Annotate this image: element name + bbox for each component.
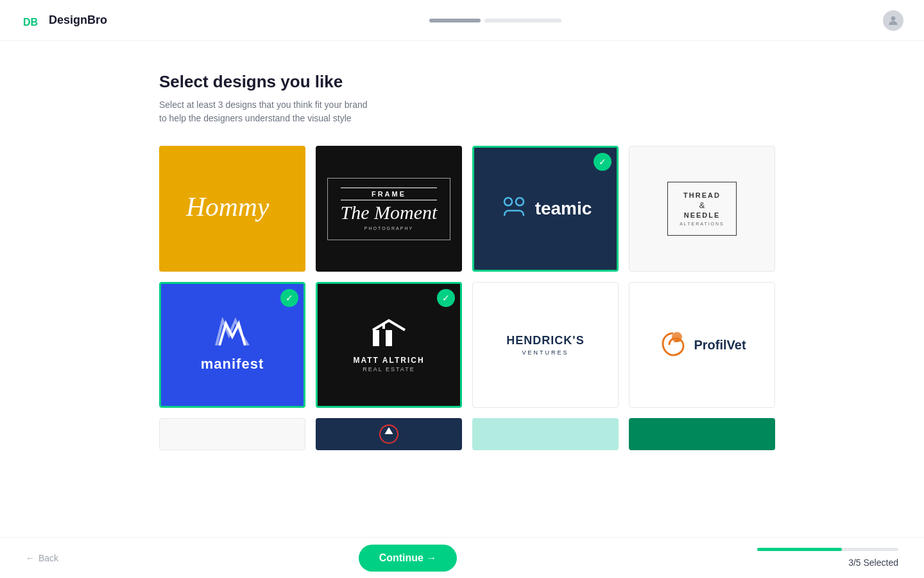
frame-sub-text: PHOTOGRAPHY [341, 226, 438, 231]
teamic-logo: teamic [499, 193, 592, 225]
svg-text:DB: DB [23, 17, 38, 28]
page-title: Select designs you like [159, 72, 924, 92]
thread-line2: NEEDLE [680, 211, 724, 219]
design-card-hommy[interactable]: Hommy [159, 146, 305, 272]
continue-button[interactable]: Continue → [359, 545, 458, 572]
profilvet-icon [658, 328, 689, 362]
progress-step-1 [429, 19, 481, 22]
frame-logo: FRAME The Moment PHOTOGRAPHY [341, 188, 438, 231]
hendricks-sub: VENTURES [506, 349, 584, 356]
design-card-thread[interactable]: THREAD & NEEDLE ALTERATIONS [629, 146, 775, 272]
back-label: Back [38, 553, 58, 563]
logo-text: DesignBro [49, 13, 107, 27]
logo: DB DesignBro [21, 9, 107, 32]
partial-row-3 [159, 418, 924, 450]
hendricks-name: HENDRICK'S [506, 334, 584, 347]
svg-point-2 [891, 16, 896, 21]
footer-right: 3/5 Selected [757, 548, 898, 568]
design-card-profilvet[interactable]: ProfilVet [629, 282, 775, 408]
matt-logo: MATT ALTRICH REAL ESTATE [353, 317, 424, 372]
manifest-name: manifest [201, 356, 264, 372]
manifest-icon [213, 317, 252, 348]
frame-logo-wrapper: FRAME The Moment PHOTOGRAPHY [327, 178, 451, 240]
svg-text:Hommy: Hommy [185, 192, 270, 222]
matt-sub: REAL ESTATE [353, 366, 424, 372]
design-card-r3c[interactable] [472, 418, 619, 450]
design-card-r3a[interactable] [159, 418, 305, 450]
matt-name: MATT ALTRICH [353, 356, 424, 365]
design-card-r3d[interactable] [629, 418, 775, 450]
design-card-hendricks[interactable]: HENDRICK'S VENTURES [472, 282, 619, 408]
svg-rect-8 [382, 324, 385, 329]
profilvet-logo: ProfilVet [658, 328, 746, 362]
design-card-teamic[interactable]: teamic ✓ [472, 146, 619, 272]
svg-point-5 [516, 198, 524, 206]
footer: ← Back Continue → 3/5 Selected [0, 537, 924, 578]
page-subtitle: Select at least 3 designs that you think… [159, 98, 924, 125]
svg-point-4 [504, 198, 512, 206]
design-card-manifest[interactable]: manifest ✓ [159, 282, 305, 408]
thread-line1: THREAD [680, 191, 724, 199]
thread-needle-logo: THREAD & NEEDLE ALTERATIONS [667, 182, 737, 236]
teamic-name: teamic [535, 198, 592, 219]
thread-amp: & [680, 200, 724, 210]
logo-icon: DB [21, 9, 44, 32]
back-arrow-icon: ← [26, 553, 35, 563]
design-card-matt[interactable]: MATT ALTRICH REAL ESTATE ✓ [316, 282, 462, 408]
svg-rect-7 [386, 330, 392, 346]
progress-step-2 [484, 19, 561, 22]
svg-rect-6 [373, 330, 379, 346]
check-badge-teamic: ✓ [594, 153, 612, 171]
selected-count: 3/5 Selected [848, 557, 898, 568]
continue-label: Continue → [379, 552, 437, 564]
teamic-icon [499, 193, 529, 225]
progress-bar [429, 19, 561, 22]
design-card-frame[interactable]: FRAME The Moment PHOTOGRAPHY [316, 146, 462, 272]
profilvet-name: ProfilVet [694, 338, 746, 353]
check-badge-manifest: ✓ [280, 289, 298, 307]
user-avatar[interactable] [883, 10, 903, 31]
header: DB DesignBro [0, 0, 924, 41]
check-badge-matt: ✓ [437, 289, 455, 307]
thread-sub: ALTERATIONS [680, 222, 724, 226]
back-button[interactable]: ← Back [26, 553, 58, 563]
hendricks-logo: HENDRICK'S VENTURES [506, 334, 584, 356]
design-card-r3b[interactable] [316, 418, 462, 450]
selected-progress-bar [757, 548, 898, 551]
main-content: Select designs you like Select at least … [0, 41, 924, 450]
frame-top-text: FRAME [341, 188, 438, 200]
frame-main-text: The Moment [341, 202, 438, 223]
selected-progress-fill [757, 548, 842, 551]
design-grid: Hommy FRAME The Moment PHOTOGRAPHY [159, 146, 924, 408]
matt-icon [353, 317, 424, 352]
